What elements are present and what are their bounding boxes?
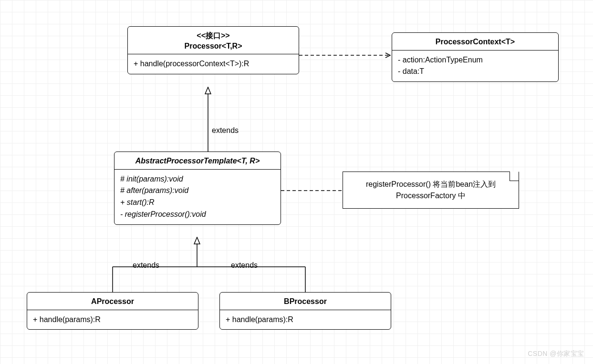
method: + handle(processorContext<T>):R (134, 58, 293, 70)
method: + start():R (120, 197, 275, 209)
extends-label-2: extends (133, 261, 159, 270)
note-text-line: registerProcessor() 将当前bean注入到 (351, 179, 511, 190)
note-text-line: ProcessorFactory 中 (351, 190, 511, 202)
class-title: AProcessor (27, 293, 198, 310)
class-b-processor: BProcessor + handle(params):R (219, 292, 391, 330)
field: - data:T (398, 66, 552, 78)
stereotype-label: <<接口>> (133, 30, 294, 41)
class-name: Processor<T,R> (133, 41, 294, 51)
class-name: AbstractProcessorTemplate<T, R> (135, 157, 260, 165)
extends-label-3: extends (231, 261, 258, 270)
class-methods: # init(params):void # after(params):void… (114, 170, 281, 224)
watermark: CSDN @你家宝宝 (528, 350, 584, 358)
method: + handle(params):R (226, 314, 385, 326)
method: + handle(params):R (33, 314, 192, 326)
note-register-processor: registerProcessor() 将当前bean注入到 Processor… (343, 172, 519, 209)
note-fold-icon (510, 172, 519, 181)
method: # init(params):void (120, 173, 275, 185)
class-abstract-processor-template: AbstractProcessorTemplate<T, R> # init(p… (114, 152, 281, 225)
class-processor-context: ProcessorContext<T> - action:ActionTypeE… (392, 32, 559, 82)
class-title: AbstractProcessorTemplate<T, R> (114, 152, 281, 170)
class-title: ProcessorContext<T> (392, 33, 558, 51)
class-title: BProcessor (220, 293, 391, 310)
class-name: AProcessor (91, 297, 134, 305)
class-title: <<接口>> Processor<T,R> (128, 27, 299, 54)
class-methods: + handle(params):R (27, 310, 198, 330)
extends-label-1: extends (212, 126, 239, 135)
class-fields: - action:ActionTypeEnum - data:T (392, 51, 558, 82)
class-name: BProcessor (284, 297, 327, 305)
class-methods: + handle(params):R (220, 310, 391, 330)
class-a-processor: AProcessor + handle(params):R (27, 292, 198, 330)
method: # after(params):void (120, 185, 275, 197)
method: - registerProcessor():void (120, 209, 275, 221)
field: - action:ActionTypeEnum (398, 54, 552, 66)
class-methods: + handle(processorContext<T>):R (128, 54, 299, 74)
class-processor-interface: <<接口>> Processor<T,R> + handle(processor… (127, 26, 299, 74)
class-name: ProcessorContext<T> (436, 38, 515, 46)
